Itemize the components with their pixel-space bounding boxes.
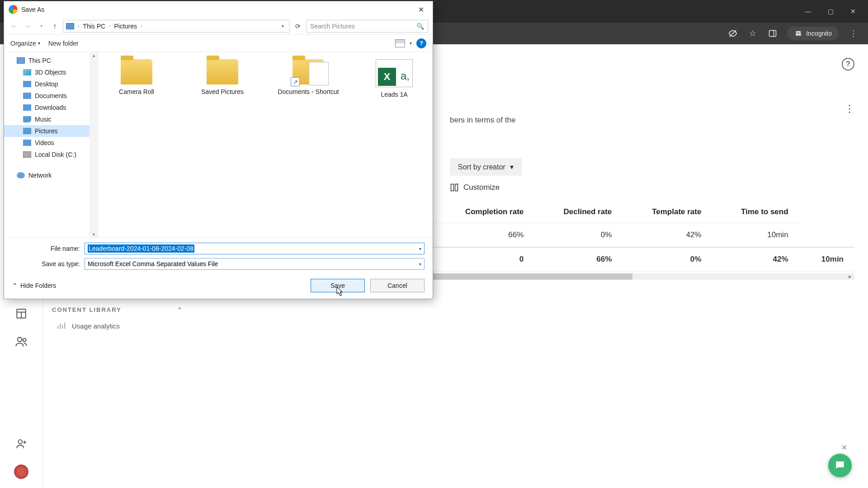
caret-down-icon: ▾ [510, 163, 514, 171]
filename-label: File name: [12, 245, 85, 252]
save-as-dialog: Save As ✕ ← → ▾ ↑ › This PC › Pictures ›… [4, 1, 433, 299]
help-icon[interactable]: ? [842, 58, 854, 70]
tree-music[interactable]: Music [4, 113, 98, 125]
search-icon: 🔍 [416, 23, 424, 30]
rail-avatar[interactable] [14, 465, 28, 479]
dialog-help-icon[interactable]: ? [416, 38, 426, 48]
window-minimize[interactable]: — [797, 4, 818, 19]
nav-back-button[interactable]: ← [9, 21, 19, 32]
sort-label: Sort by creator [458, 163, 505, 171]
nav-forward-button[interactable]: → [22, 21, 33, 32]
breadcrumb-dropdown-icon[interactable]: ▾ [279, 23, 287, 28]
dialog-bottom: File name: Leaderboard-2024-01-08-2024-0… [4, 238, 433, 299]
tree-videos[interactable]: Videos [4, 137, 98, 149]
hide-folders-button[interactable]: ⌃ Hide Folders [12, 282, 56, 289]
tree-documents[interactable]: Documents [4, 90, 98, 102]
breadcrumb-bar[interactable]: › This PC › Pictures › ▾ [63, 20, 290, 33]
dropdown-icon[interactable]: ▾ [419, 246, 421, 251]
scroll-right-icon[interactable]: ► [848, 274, 853, 279]
file-leads-1a[interactable]: Xa, Leads 1A [360, 59, 428, 98]
dialog-title: Save As [21, 6, 414, 13]
refresh-button[interactable]: ⟳ [292, 23, 303, 30]
file-pane[interactable]: Camera Roll Saved Pictures ↗ Documents -… [98, 52, 433, 238]
svg-point-9 [23, 338, 26, 342]
cancel-button[interactable]: Cancel [370, 279, 425, 292]
file-documents-shortcut[interactable]: ↗ Documents - Shortcut [274, 59, 342, 95]
view-mode-button[interactable] [395, 39, 405, 47]
tree-this-pc[interactable]: This PC [4, 55, 98, 66]
folder-icon [121, 59, 152, 84]
tree-scrollbar[interactable]: ▴ ▾ [90, 52, 98, 238]
nav-recent-button[interactable]: ▾ [36, 21, 47, 32]
svg-rect-17 [451, 184, 454, 191]
chevron-up-icon: ⌃ [177, 306, 183, 313]
save-button[interactable]: Save [311, 279, 365, 292]
chart-icon [57, 321, 66, 330]
shortcut-arrow-icon: ↗ [291, 77, 300, 86]
hidden-eye-icon[interactable] [727, 28, 738, 39]
dialog-body: This PC 3D Objects Desktop Documents Dow… [4, 52, 433, 238]
description-text: bers in terms of the [450, 116, 854, 125]
scroll-up-icon[interactable]: ▴ [93, 53, 95, 58]
tree-local-disk[interactable]: Local Disk (C:) [4, 149, 98, 160]
rail-invite-icon[interactable] [14, 436, 28, 451]
customize-icon [450, 183, 459, 192]
col-template: Template rate [623, 201, 712, 223]
tree-pictures[interactable]: Pictures [4, 125, 98, 137]
filename-input[interactable]: Leaderboard-2024-01-08-2024-02-08 ▾ [85, 243, 425, 254]
saveastype-label: Save as type: [12, 260, 85, 267]
col-declined: Declined rate [534, 201, 623, 223]
rail-people-icon[interactable] [14, 334, 28, 349]
incognito-label: Incognito [806, 30, 832, 37]
usage-analytics-item[interactable]: Usage analytics [52, 321, 183, 330]
svg-rect-1 [769, 30, 776, 36]
shortcut-folder-icon: ↗ [292, 59, 324, 84]
tree-downloads[interactable]: Downloads [4, 102, 98, 113]
content-library-label: CONTENT LIBRARY [52, 306, 122, 313]
chrome-icon [9, 5, 18, 14]
chat-icon [834, 460, 846, 471]
folder-icon [207, 59, 238, 84]
dropdown-icon[interactable]: ▾ [419, 262, 421, 267]
window-maximize[interactable]: ▢ [820, 4, 841, 19]
tree-3d-objects[interactable]: 3D Objects [4, 66, 98, 78]
browser-menu-icon[interactable]: ⋮ [848, 28, 859, 39]
incognito-badge[interactable]: Incognito [787, 27, 839, 40]
dialog-titlebar[interactable]: Save As ✕ [4, 1, 433, 18]
chat-fab[interactable] [828, 454, 852, 477]
customize-button[interactable]: Customize [450, 183, 854, 192]
file-saved-pictures[interactable]: Saved Pictures [189, 59, 256, 95]
svg-point-22 [841, 464, 842, 465]
caret-down-icon[interactable]: ▾ [410, 41, 412, 46]
new-folder-button[interactable]: New folder [48, 40, 79, 47]
chat-close-icon[interactable]: ✕ [841, 443, 847, 452]
svg-point-3 [796, 33, 798, 36]
file-camera-roll[interactable]: Camera Roll [103, 59, 170, 95]
breadcrumb-sep-icon: › [141, 23, 142, 28]
kebab-menu-icon[interactable]: ⋮ [844, 103, 854, 115]
caret-down-icon: ▾ [38, 41, 40, 46]
tree-network[interactable]: Network [4, 169, 98, 181]
breadcrumb-thispc[interactable]: This PC [81, 23, 107, 30]
panel-icon[interactable] [767, 28, 778, 39]
scroll-down-icon[interactable]: ▾ [93, 232, 95, 237]
content-library-header[interactable]: CONTENT LIBRARY ⌃ [52, 306, 183, 313]
chevron-up-icon: ⌃ [12, 282, 18, 289]
sort-by-creator-button[interactable]: Sort by creator ▾ [450, 158, 522, 176]
customize-label: Customize [463, 183, 500, 192]
saveastype-select[interactable]: Microsoft Excel Comma Separated Values F… [85, 258, 425, 270]
window-close[interactable]: ✕ [843, 4, 863, 19]
tree-desktop[interactable]: Desktop [4, 78, 98, 90]
search-input[interactable]: Search Pictures 🔍 [306, 20, 428, 33]
rail-template-icon[interactable] [14, 306, 28, 321]
filename-value: Leaderboard-2024-01-08-2024-02-08 [88, 244, 194, 253]
organize-button[interactable]: Organize ▾ [10, 40, 40, 47]
nav-up-button[interactable]: ↑ [49, 21, 60, 32]
saveastype-value: Microsoft Excel Comma Separated Values F… [88, 260, 218, 267]
dialog-close-button[interactable]: ✕ [414, 5, 428, 14]
bookmark-star-icon[interactable]: ☆ [747, 28, 758, 39]
breadcrumb-sep-icon: › [109, 23, 110, 28]
breadcrumb-pictures[interactable]: Pictures [112, 23, 139, 30]
svg-rect-18 [455, 184, 458, 191]
dialog-toolbar: Organize ▾ New folder ▾ ? [4, 35, 433, 52]
